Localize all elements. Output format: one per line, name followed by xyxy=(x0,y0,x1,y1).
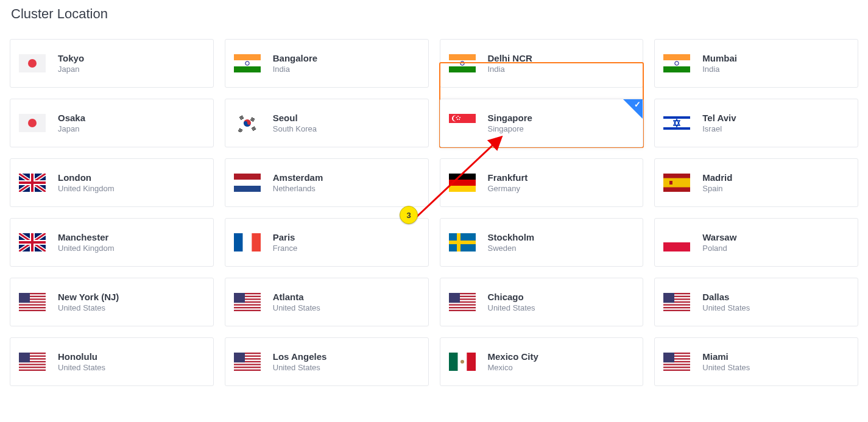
svg-rect-77 xyxy=(234,310,261,311)
svg-rect-124 xyxy=(663,364,690,365)
location-city: Paris xyxy=(273,232,297,242)
location-card[interactable]: Manchester United Kingdom xyxy=(10,218,214,267)
flag-icon xyxy=(663,54,690,72)
svg-rect-68 xyxy=(19,310,46,311)
location-city: Los Angeles xyxy=(273,351,327,362)
location-city: Madrid xyxy=(702,172,732,183)
svg-rect-4 xyxy=(234,66,261,72)
flag-icon xyxy=(19,54,46,72)
flag-icon xyxy=(19,353,46,371)
svg-rect-112 xyxy=(234,367,261,368)
flag-icon xyxy=(663,293,690,311)
location-city: Tel Aviv xyxy=(702,113,736,123)
page-title: Cluster Location xyxy=(11,6,858,22)
location-card[interactable]: Stockholm Sweden xyxy=(440,218,644,267)
svg-rect-96 xyxy=(663,293,674,303)
location-card[interactable]: Osaka Japan xyxy=(10,99,214,147)
svg-rect-102 xyxy=(19,364,46,365)
location-city: London xyxy=(58,172,115,183)
location-card[interactable]: Los Angeles United States xyxy=(225,337,429,386)
flag-icon xyxy=(663,233,690,251)
flag-icon xyxy=(19,233,46,251)
location-city: Chicago xyxy=(488,292,535,302)
location-country: Singapore xyxy=(488,124,532,133)
flag-icon xyxy=(663,174,690,192)
location-country: United States xyxy=(702,363,750,372)
location-city: Tokyo xyxy=(58,53,84,63)
location-card[interactable]: New York (NJ) United States xyxy=(10,278,214,326)
svg-rect-69 xyxy=(19,293,30,303)
location-card[interactable]: Miami United States xyxy=(654,337,858,386)
svg-rect-46 xyxy=(449,174,476,180)
svg-rect-125 xyxy=(663,367,690,368)
location-card[interactable]: Amsterdam Netherlands xyxy=(225,158,429,207)
location-country: United States xyxy=(273,303,320,312)
location-card[interactable]: Tokyo Japan xyxy=(10,39,214,88)
location-country: United Kingdom xyxy=(58,244,115,253)
location-card[interactable]: Seoul South Korea xyxy=(225,99,429,147)
location-city: Stockholm xyxy=(488,232,535,242)
svg-rect-59 xyxy=(663,233,690,242)
location-country: India xyxy=(488,65,532,74)
svg-rect-75 xyxy=(234,304,261,305)
location-card[interactable]: Madrid Spain xyxy=(654,158,858,207)
svg-rect-6 xyxy=(449,54,476,60)
svg-rect-76 xyxy=(234,307,261,308)
flag-icon xyxy=(19,114,46,132)
flag-icon xyxy=(663,353,690,371)
svg-point-38 xyxy=(459,119,460,120)
location-city: Osaka xyxy=(58,113,85,123)
location-card[interactable]: Dallas United States xyxy=(654,278,858,326)
location-card[interactable]: Honolulu United States xyxy=(10,337,214,386)
location-card[interactable]: Mumbai India xyxy=(654,39,858,88)
svg-rect-105 xyxy=(19,353,30,362)
location-card[interactable]: Frankfurt Germany xyxy=(440,158,644,207)
flag-icon xyxy=(234,353,261,371)
location-country: United States xyxy=(488,303,535,312)
svg-rect-45 xyxy=(234,186,261,192)
location-card[interactable]: Mexico City Mexico xyxy=(440,337,644,386)
location-card[interactable]: Bangalore India xyxy=(225,39,429,88)
location-city: Seoul xyxy=(273,113,317,123)
svg-rect-111 xyxy=(234,364,261,365)
svg-rect-115 xyxy=(449,353,458,371)
flag-icon xyxy=(663,114,690,132)
location-country: India xyxy=(702,65,737,74)
location-country: Poland xyxy=(702,244,736,253)
flag-icon xyxy=(449,54,476,72)
location-country: India xyxy=(273,65,317,74)
location-city: New York (NJ) xyxy=(58,292,119,302)
location-country: United Kingdom xyxy=(58,184,115,193)
location-card[interactable]: ✓ Singapore Singapore xyxy=(440,99,644,147)
location-city: Atlanta xyxy=(273,292,320,302)
location-country: United States xyxy=(702,303,750,312)
svg-rect-117 xyxy=(467,353,476,371)
location-country: United States xyxy=(58,363,105,372)
svg-rect-86 xyxy=(449,310,476,311)
flag-icon xyxy=(234,114,261,132)
location-country: Germany xyxy=(488,184,528,193)
flag-icon xyxy=(449,233,476,251)
location-city: Frankfurt xyxy=(488,172,528,183)
svg-rect-60 xyxy=(663,242,690,251)
svg-rect-104 xyxy=(19,370,46,371)
svg-point-36 xyxy=(456,117,457,118)
svg-rect-126 xyxy=(663,370,690,371)
location-card[interactable]: Atlanta United States xyxy=(225,278,429,326)
location-card[interactable]: London United Kingdom xyxy=(10,158,214,207)
svg-rect-114 xyxy=(234,353,245,362)
svg-rect-47 xyxy=(449,180,476,186)
location-card[interactable]: Chicago United States xyxy=(440,278,644,326)
flag-icon xyxy=(234,174,261,192)
svg-rect-87 xyxy=(449,293,460,303)
location-city: Delhi NCR xyxy=(488,53,532,63)
location-card[interactable]: Paris France xyxy=(225,218,429,267)
location-city: Mumbai xyxy=(702,53,737,63)
svg-rect-103 xyxy=(19,367,46,368)
location-card[interactable]: Tel Aviv Israel xyxy=(654,99,858,147)
location-card[interactable]: Warsaw Poland xyxy=(654,218,858,267)
location-country: South Korea xyxy=(273,124,317,133)
location-card-selected-wrap: ✓ Singapore Singapore xyxy=(440,80,644,147)
flag-icon xyxy=(19,174,46,192)
flag-icon xyxy=(234,233,261,251)
